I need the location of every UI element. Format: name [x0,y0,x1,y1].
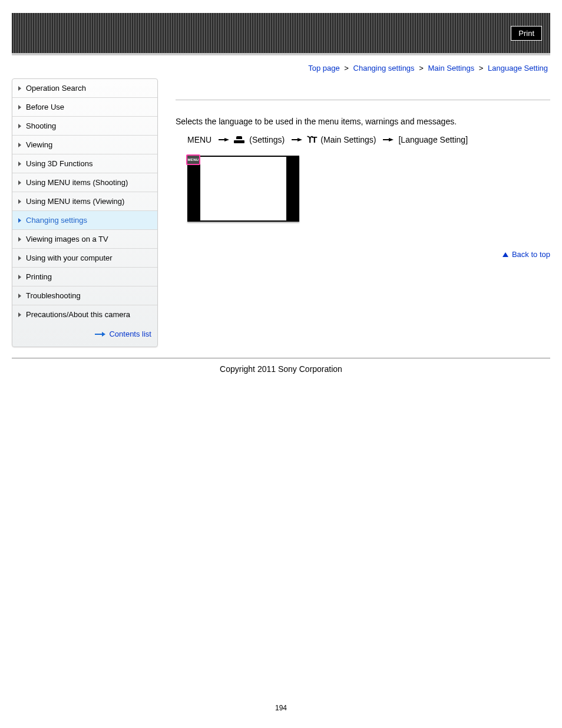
sidebar-item-label: Using with your computer [26,253,113,262]
menu-badge-icon: MENU [186,154,200,165]
sidebar-item-viewing-tv[interactable]: Viewing images on a TV [12,230,157,249]
sidebar-item-viewing[interactable]: Viewing [12,136,157,154]
sidebar-item-label: Viewing [26,140,52,149]
sidebar-item-label: Shooting [26,121,56,130]
sidebar-item-precautions[interactable]: Precautions/About this camera [12,305,157,324]
header-banner: Print [12,13,550,55]
print-button[interactable]: Print [511,26,542,41]
sidebar-item-label: Viewing images on a TV [26,235,108,243]
sidebar-item-label: Printing [26,272,52,281]
breadcrumb-separator: > [479,64,484,73]
sidebar-item-label: Before Use [26,103,64,111]
sidebar-item-label: Using MENU items (Viewing) [26,197,124,206]
divider [176,100,550,100]
chevron-right-icon [18,180,21,185]
breadcrumb-main-settings[interactable]: Main Settings [428,64,474,73]
sidebar-item-label: Changing settings [26,216,87,225]
breadcrumb-language-setting[interactable]: Language Setting [488,64,548,73]
path-main-settings-label: (Main Settings) [320,135,376,144]
chevron-right-icon [18,237,21,242]
menu-path: MENU (Settings) ϒT (Main Settings) [Lang… [187,134,550,145]
sidebar: Operation Search Before Use Shooting Vie… [12,78,158,347]
sidebar-item-label: Using MENU items (Shooting) [26,178,128,187]
main-content: Selects the language to be used in the m… [176,78,550,259]
sidebar-item-printing[interactable]: Printing [12,268,157,286]
arrow-right-icon [95,332,105,337]
sidebar-item-operation-search[interactable]: Operation Search [12,79,157,98]
sidebar-item-label: Precautions/About this camera [26,310,130,319]
main-settings-icon: ϒT [307,134,316,145]
sidebar-item-3d-functions[interactable]: Using 3D Functions [12,154,157,173]
breadcrumb: Top page > Changing settings > Main Sett… [12,64,548,73]
sidebar-item-troubleshooting[interactable]: Troubleshooting [12,286,157,305]
chevron-right-icon [18,124,21,129]
back-to-top-wrap: Back to top [176,250,550,259]
sidebar-item-changing-settings[interactable]: Changing settings [12,211,157,230]
breadcrumb-separator: > [419,64,424,73]
path-settings-label: (Settings) [249,135,285,144]
chevron-right-icon [18,312,21,317]
sidebar-item-label: Using 3D Functions [26,159,92,168]
chevron-right-icon [18,275,21,279]
chevron-right-icon [18,218,21,223]
path-start: MENU [187,135,211,144]
breadcrumb-separator: > [344,64,349,73]
chevron-right-icon [18,294,21,298]
copyright-text: Copyright 2011 Sony Corporation [12,364,550,374]
contents-list-link[interactable]: Contents list [109,330,151,338]
sidebar-item-computer[interactable]: Using with your computer [12,249,157,268]
page-number: 194 [12,704,550,712]
sidebar-item-label: Troubleshooting [26,291,81,300]
sidebar-item-menu-viewing[interactable]: Using MENU items (Viewing) [12,192,157,211]
sidebar-item-shooting[interactable]: Shooting [12,117,157,136]
footer-divider [12,358,550,358]
back-to-top-link[interactable]: Back to top [512,250,550,259]
sidebar-item-label: Operation Search [26,84,86,93]
camera-screen-illustration: MENU [187,156,299,222]
triangle-up-icon [503,252,508,257]
sidebar-item-before-use[interactable]: Before Use [12,98,157,117]
chevron-right-icon [18,199,21,204]
arrow-right-icon [389,138,394,141]
chevron-right-icon [18,162,21,166]
breadcrumb-changing-settings[interactable]: Changing settings [353,64,415,73]
contents-list-link-wrap: Contents list [12,324,157,347]
chevron-right-icon [18,143,21,147]
settings-icon [234,136,244,144]
arrow-right-icon [297,138,302,141]
chevron-right-icon [18,105,21,110]
description-text: Selects the language to be used in the m… [176,117,550,126]
sidebar-item-menu-shooting[interactable]: Using MENU items (Shooting) [12,173,157,192]
chevron-right-icon [18,86,21,91]
breadcrumb-top-page[interactable]: Top page [308,64,340,73]
path-language-setting-label: [Language Setting] [398,135,468,144]
arrow-right-icon [224,138,229,141]
chevron-right-icon [18,256,21,261]
